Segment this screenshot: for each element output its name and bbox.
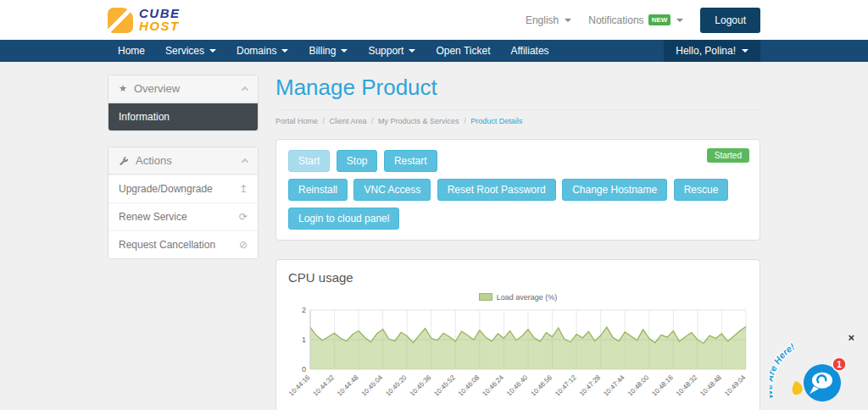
svg-text:10:45:04: 10:45:04 [360,374,385,398]
nav-item-label: Billing [309,45,336,57]
renew-icon: ⟳ [239,211,248,223]
change-hostname-button[interactable]: Change Hostname [562,179,667,201]
nav-item-label: Home [118,45,145,57]
chevron-down-icon [209,49,216,53]
sidebar: ★ Overview Information Actions Upg [108,75,259,410]
collapse-chevron-icon[interactable] [242,158,248,165]
overview-panel-heading[interactable]: ★ Overview [108,75,258,102]
language-label: English [526,14,559,26]
svg-text:10:45:20: 10:45:20 [384,374,409,398]
nav-item-label: Domains [236,45,276,57]
main-navbar: Home Services Domains Billing Support Op… [0,40,868,62]
chat-widget: × We Are Here! 1 [770,327,858,408]
chat-yellow-accent [793,381,803,395]
nav-item-support[interactable]: Support [358,40,426,62]
status-badge: Started [707,148,749,163]
nav-item-services[interactable]: Services [155,40,226,62]
vnc-access-button[interactable]: VNC Access [353,179,431,201]
svg-text:10:46:24: 10:46:24 [481,374,505,398]
actions-panel-title: Actions [136,154,172,167]
nav-item-home[interactable]: Home [108,40,155,62]
server-controls-panel: Started Start Stop Restart Reinstall VNC… [275,139,760,241]
svg-text:10:48:00: 10:48:00 [626,374,651,398]
chevron-down-icon [676,19,683,22]
stop-button[interactable]: Stop [337,150,378,172]
sidebar-item-information[interactable]: Information [108,102,258,130]
overview-panel-title: Overview [134,82,180,95]
logo-line2: HOST [139,20,181,32]
actions-panel-heading[interactable]: Actions [108,147,258,175]
overview-panel: ★ Overview Information [108,75,259,131]
svg-text:10:44:32: 10:44:32 [312,374,337,398]
svg-text:10:46:40: 10:46:40 [505,374,530,398]
nav-item-label: Affiliates [510,45,548,57]
sidebar-item-upgrade-downgrade[interactable]: Upgrade/Downgrade ↥ [108,175,258,202]
logo-text: CUBE HOST [139,8,181,32]
panel-buttons-row: Login to cloud panel [288,208,748,236]
star-icon: ★ [119,83,127,94]
svg-text:10:44:16: 10:44:16 [288,374,312,398]
language-selector[interactable]: English [526,14,571,26]
chevron-down-icon [409,49,415,53]
chat-unread-count: 1 [837,360,842,369]
rescue-button[interactable]: Rescue [674,179,729,201]
svg-text:10:47:12: 10:47:12 [554,374,578,398]
sidebar-item-label: Renew Service [119,211,187,223]
nav-item-affiliates[interactable]: Affiliates [500,40,559,62]
nav-item-domains[interactable]: Domains [226,40,298,62]
chevron-down-icon [341,49,348,53]
page-title: Manage Product [275,75,760,110]
collapse-chevron-icon[interactable] [242,86,248,93]
breadcrumb-item-portal-home[interactable]: Portal Home [275,117,330,125]
nav-item-billing[interactable]: Billing [298,40,358,62]
nav-item-label: Open Ticket [436,45,490,57]
svg-text:10:49:04: 10:49:04 [723,374,748,398]
start-button[interactable]: Start [288,150,330,172]
svg-text:10:46:08: 10:46:08 [457,374,481,398]
cpu-usage-panel: CPU usage Load average (%) 01210:44:1610… [275,259,760,410]
svg-text:1: 1 [302,335,306,344]
wrench-icon [119,156,129,166]
user-menu[interactable]: Hello, Polina! [664,40,760,62]
main-content: Manage Product Portal HomeClient AreaMy … [275,75,760,410]
chevron-down-icon [281,49,288,53]
svg-text:0: 0 [302,365,306,374]
nav-item-label: Services [165,45,204,57]
upgrade-icon: ↥ [239,183,248,195]
page: CUBE HOST English Notifications NEW Logo… [0,0,868,410]
reset-root-password-button[interactable]: Reset Root Password [437,179,556,201]
manage-buttons-row: Reinstall VNC Access Reset Root Password… [288,179,748,208]
svg-text:10:46:56: 10:46:56 [530,374,554,398]
breadcrumb-item-product-details[interactable]: Product Details [470,117,522,125]
legend-label: Load average (%) [497,293,558,302]
restart-button[interactable]: Restart [384,150,437,172]
logout-button[interactable]: Logout [700,8,760,33]
sidebar-item-label: Upgrade/Downgrade [119,183,213,195]
sidebar-item-request-cancellation[interactable]: Request Cancellation ⊘ [108,230,258,258]
notifications-label: Notifications [588,14,643,26]
logo-icon [108,8,133,33]
svg-text:10:47:28: 10:47:28 [578,374,603,398]
reinstall-button[interactable]: Reinstall [288,179,348,201]
breadcrumb-item-client-area[interactable]: Client Area [330,117,379,125]
notifications-menu[interactable]: Notifications NEW [588,14,683,26]
logo[interactable]: CUBE HOST [108,8,181,33]
chat-widget-graphic[interactable]: We Are Here! 1 [770,327,858,408]
svg-text:10:48:32: 10:48:32 [675,374,699,398]
nav-item-open-ticket[interactable]: Open Ticket [426,40,500,62]
nav-item-label: Support [368,45,403,57]
cancel-icon: ⊘ [239,239,248,251]
svg-text:10:47:44: 10:47:44 [602,374,626,398]
breadcrumb-item-my-products[interactable]: My Products & Services [378,117,470,125]
svg-text:10:48:48: 10:48:48 [698,374,723,398]
sidebar-item-renew-service[interactable]: Renew Service ⟳ [108,202,258,230]
svg-text:10:44:48: 10:44:48 [336,374,360,398]
svg-text:2: 2 [302,306,306,314]
new-badge: NEW [648,14,671,25]
login-cloud-panel-button[interactable]: Login to cloud panel [288,208,399,230]
power-buttons-row: Start Stop Restart [288,150,748,179]
svg-text:10:45:36: 10:45:36 [409,374,433,398]
chart-legend: Load average (%) [288,293,748,302]
user-greeting: Hello, Polina! [676,45,736,57]
chevron-down-icon [565,19,571,22]
